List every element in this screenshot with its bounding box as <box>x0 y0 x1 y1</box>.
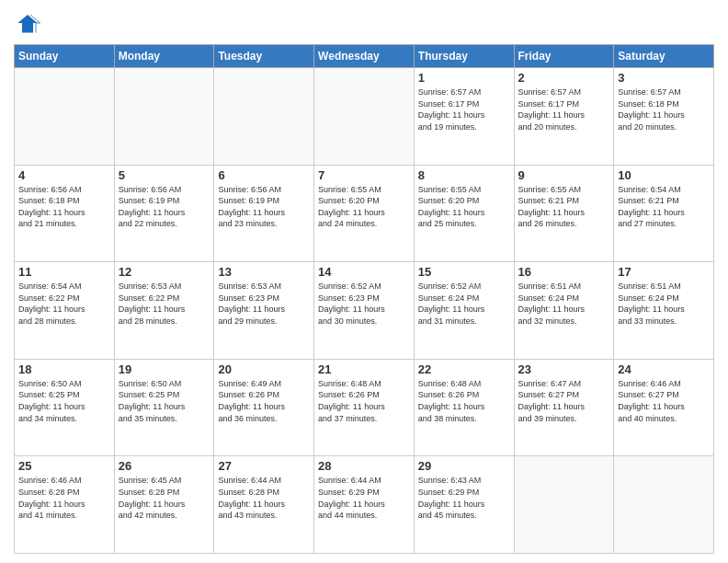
day-info: Sunrise: 6:52 AM Sunset: 6:24 PM Dayligh… <box>418 281 510 327</box>
calendar-week-row: 18Sunrise: 6:50 AM Sunset: 6:25 PM Dayli… <box>15 359 714 456</box>
day-number: 11 <box>18 265 110 279</box>
calendar-cell <box>614 456 714 554</box>
day-info: Sunrise: 6:57 AM Sunset: 6:17 PM Dayligh… <box>418 86 510 132</box>
calendar-week-row: 4Sunrise: 6:56 AM Sunset: 6:18 PM Daylig… <box>15 165 714 262</box>
calendar-day-header: Saturday <box>614 45 714 68</box>
calendar-cell: 9Sunrise: 6:55 AM Sunset: 6:21 PM Daylig… <box>514 165 614 262</box>
day-number: 17 <box>618 265 710 279</box>
calendar-cell: 28Sunrise: 6:44 AM Sunset: 6:29 PM Dayli… <box>314 456 415 554</box>
calendar-cell: 2Sunrise: 6:57 AM Sunset: 6:17 PM Daylig… <box>514 68 614 166</box>
day-info: Sunrise: 6:49 AM Sunset: 6:26 PM Dayligh… <box>218 378 310 424</box>
calendar-day-header: Thursday <box>414 45 514 68</box>
calendar-day-header: Monday <box>114 45 214 68</box>
calendar-cell: 8Sunrise: 6:55 AM Sunset: 6:20 PM Daylig… <box>414 165 514 262</box>
day-number: 9 <box>518 168 610 182</box>
day-info: Sunrise: 6:57 AM Sunset: 6:18 PM Dayligh… <box>618 86 710 132</box>
calendar-cell: 21Sunrise: 6:48 AM Sunset: 6:26 PM Dayli… <box>314 359 415 456</box>
day-number: 27 <box>218 459 310 473</box>
day-info: Sunrise: 6:50 AM Sunset: 6:25 PM Dayligh… <box>119 378 210 424</box>
calendar-week-row: 11Sunrise: 6:54 AM Sunset: 6:22 PM Dayli… <box>15 262 714 360</box>
calendar-cell: 14Sunrise: 6:52 AM Sunset: 6:23 PM Dayli… <box>314 262 415 360</box>
day-info: Sunrise: 6:57 AM Sunset: 6:17 PM Dayligh… <box>518 86 610 132</box>
day-info: Sunrise: 6:54 AM Sunset: 6:22 PM Dayligh… <box>18 281 110 327</box>
calendar-cell: 11Sunrise: 6:54 AM Sunset: 6:22 PM Dayli… <box>15 262 115 360</box>
calendar-cell: 23Sunrise: 6:47 AM Sunset: 6:27 PM Dayli… <box>514 359 614 456</box>
calendar-cell: 29Sunrise: 6:43 AM Sunset: 6:29 PM Dayli… <box>414 456 514 554</box>
day-info: Sunrise: 6:56 AM Sunset: 6:18 PM Dayligh… <box>18 184 110 230</box>
day-info: Sunrise: 6:47 AM Sunset: 6:27 PM Dayligh… <box>518 378 610 424</box>
logo-icon <box>14 9 41 37</box>
calendar-cell <box>214 68 314 166</box>
calendar-cell: 20Sunrise: 6:49 AM Sunset: 6:26 PM Dayli… <box>214 359 314 456</box>
calendar-cell <box>314 68 415 166</box>
calendar-cell: 3Sunrise: 6:57 AM Sunset: 6:18 PM Daylig… <box>614 68 714 166</box>
calendar-day-header: Friday <box>514 45 614 68</box>
day-number: 12 <box>119 265 210 279</box>
day-info: Sunrise: 6:53 AM Sunset: 6:22 PM Dayligh… <box>119 281 210 327</box>
day-number: 5 <box>119 168 210 182</box>
day-number: 22 <box>418 362 510 376</box>
calendar-header: SundayMondayTuesdayWednesdayThursdayFrid… <box>15 45 714 68</box>
day-info: Sunrise: 6:45 AM Sunset: 6:28 PM Dayligh… <box>119 475 210 521</box>
day-number: 14 <box>318 265 410 279</box>
day-info: Sunrise: 6:43 AM Sunset: 6:29 PM Dayligh… <box>418 475 510 521</box>
day-info: Sunrise: 6:52 AM Sunset: 6:23 PM Dayligh… <box>318 281 410 327</box>
day-number: 25 <box>18 459 110 473</box>
calendar-cell: 26Sunrise: 6:45 AM Sunset: 6:28 PM Dayli… <box>114 456 214 554</box>
calendar-cell: 17Sunrise: 6:51 AM Sunset: 6:24 PM Dayli… <box>614 262 714 360</box>
day-number: 13 <box>218 265 310 279</box>
calendar-day-header: Wednesday <box>314 45 415 68</box>
day-info: Sunrise: 6:51 AM Sunset: 6:24 PM Dayligh… <box>518 281 610 327</box>
day-number: 28 <box>318 459 410 473</box>
day-info: Sunrise: 6:55 AM Sunset: 6:20 PM Dayligh… <box>418 184 510 230</box>
day-info: Sunrise: 6:51 AM Sunset: 6:24 PM Dayligh… <box>618 281 710 327</box>
calendar-cell: 18Sunrise: 6:50 AM Sunset: 6:25 PM Dayli… <box>15 359 115 456</box>
day-number: 2 <box>518 71 610 85</box>
day-info: Sunrise: 6:55 AM Sunset: 6:20 PM Dayligh… <box>318 184 410 230</box>
calendar-header-row: SundayMondayTuesdayWednesdayThursdayFrid… <box>15 45 714 68</box>
day-number: 24 <box>618 362 710 376</box>
day-number: 3 <box>618 71 710 85</box>
calendar-week-row: 25Sunrise: 6:46 AM Sunset: 6:28 PM Dayli… <box>15 456 714 554</box>
calendar-cell: 24Sunrise: 6:46 AM Sunset: 6:27 PM Dayli… <box>614 359 714 456</box>
day-number: 10 <box>618 168 710 182</box>
day-number: 16 <box>518 265 610 279</box>
calendar-cell <box>114 68 214 166</box>
logo <box>14 9 45 37</box>
day-number: 20 <box>218 362 310 376</box>
day-number: 21 <box>318 362 410 376</box>
day-info: Sunrise: 6:56 AM Sunset: 6:19 PM Dayligh… <box>218 184 310 230</box>
header <box>14 9 714 37</box>
calendar-cell: 7Sunrise: 6:55 AM Sunset: 6:20 PM Daylig… <box>314 165 415 262</box>
calendar-cell: 25Sunrise: 6:46 AM Sunset: 6:28 PM Dayli… <box>15 456 115 554</box>
day-info: Sunrise: 6:46 AM Sunset: 6:28 PM Dayligh… <box>18 475 110 521</box>
calendar-body: 1Sunrise: 6:57 AM Sunset: 6:17 PM Daylig… <box>15 68 714 554</box>
calendar-cell: 16Sunrise: 6:51 AM Sunset: 6:24 PM Dayli… <box>514 262 614 360</box>
day-number: 8 <box>418 168 510 182</box>
day-info: Sunrise: 6:48 AM Sunset: 6:26 PM Dayligh… <box>318 378 410 424</box>
calendar-cell: 27Sunrise: 6:44 AM Sunset: 6:28 PM Dayli… <box>214 456 314 554</box>
day-number: 7 <box>318 168 410 182</box>
calendar-cell: 1Sunrise: 6:57 AM Sunset: 6:17 PM Daylig… <box>414 68 514 166</box>
day-number: 6 <box>218 168 310 182</box>
day-info: Sunrise: 6:44 AM Sunset: 6:28 PM Dayligh… <box>218 475 310 521</box>
calendar-cell: 5Sunrise: 6:56 AM Sunset: 6:19 PM Daylig… <box>114 165 214 262</box>
day-number: 29 <box>418 459 510 473</box>
calendar-cell: 6Sunrise: 6:56 AM Sunset: 6:19 PM Daylig… <box>214 165 314 262</box>
calendar-cell: 22Sunrise: 6:48 AM Sunset: 6:26 PM Dayli… <box>414 359 514 456</box>
calendar: SundayMondayTuesdayWednesdayThursdayFrid… <box>14 44 714 554</box>
day-info: Sunrise: 6:46 AM Sunset: 6:27 PM Dayligh… <box>618 378 710 424</box>
day-number: 19 <box>119 362 210 376</box>
calendar-cell: 4Sunrise: 6:56 AM Sunset: 6:18 PM Daylig… <box>15 165 115 262</box>
calendar-week-row: 1Sunrise: 6:57 AM Sunset: 6:17 PM Daylig… <box>15 68 714 166</box>
day-info: Sunrise: 6:44 AM Sunset: 6:29 PM Dayligh… <box>318 475 410 521</box>
day-number: 15 <box>418 265 510 279</box>
day-number: 4 <box>18 168 110 182</box>
calendar-day-header: Sunday <box>15 45 115 68</box>
day-number: 18 <box>18 362 110 376</box>
calendar-cell: 19Sunrise: 6:50 AM Sunset: 6:25 PM Dayli… <box>114 359 214 456</box>
day-number: 1 <box>418 71 510 85</box>
calendar-cell: 15Sunrise: 6:52 AM Sunset: 6:24 PM Dayli… <box>414 262 514 360</box>
day-info: Sunrise: 6:56 AM Sunset: 6:19 PM Dayligh… <box>119 184 210 230</box>
calendar-cell <box>514 456 614 554</box>
